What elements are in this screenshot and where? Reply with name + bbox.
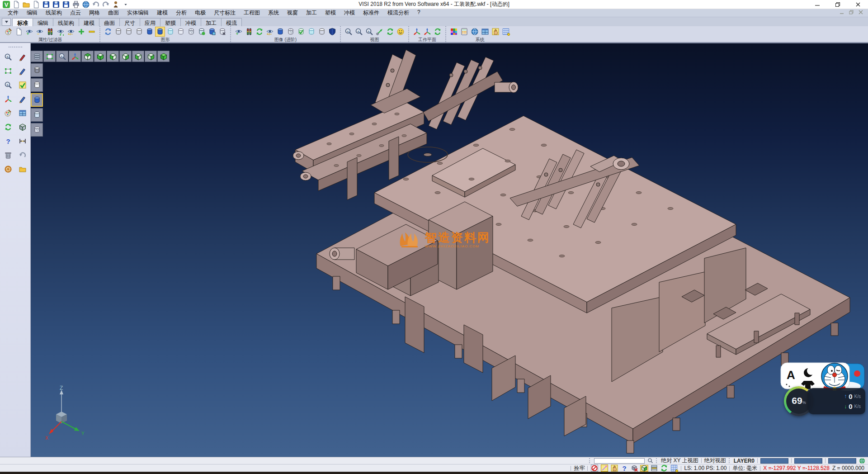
ribbon-icon-zoom-arrow[interactable]	[375, 27, 385, 37]
menu-item-20[interactable]: ?	[413, 9, 425, 17]
menu-item-16[interactable]: 塑模	[321, 9, 340, 17]
render-tool-render-shaded-edges[interactable]	[31, 108, 43, 122]
menu-item-17[interactable]: 冲模	[340, 9, 359, 17]
tab-塑膜[interactable]: 塑膜	[160, 18, 181, 26]
mdi-restore-button[interactable]	[849, 10, 854, 16]
qicon-new-doc[interactable]	[12, 0, 20, 8]
left-tool-help-question[interactable]: ?	[2, 135, 14, 147]
ribbon-icon-cylinder-shaded[interactable]	[145, 27, 155, 37]
search-icon[interactable]	[647, 458, 653, 464]
menu-item-8[interactable]: 建模	[153, 9, 172, 17]
ribbon-icon-cylinder-wire[interactable]	[113, 27, 123, 37]
tab-编辑[interactable]: 编辑	[33, 18, 53, 26]
tab-dropdown-button[interactable]	[2, 18, 11, 26]
view-tool-cube-right[interactable]	[145, 51, 157, 62]
ribbon-icon-cylinder-hatched[interactable]	[186, 27, 196, 37]
ribbon-icon-color-palette[interactable]	[449, 27, 459, 37]
ribbon-icon-cylinder-wire-3[interactable]	[134, 27, 144, 37]
qicon-print[interactable]	[71, 0, 80, 8]
ribbon-icon-cylinder-render[interactable]	[207, 27, 217, 37]
status-icon-rotate-green[interactable]	[660, 465, 668, 472]
status-icon-help-question-2[interactable]: ?	[620, 465, 628, 472]
ribbon-icon-cylinder-analysis[interactable]	[197, 27, 207, 37]
view-tool-cube-bottom[interactable]	[94, 51, 106, 62]
ribbon-icon-window-settings[interactable]	[480, 27, 490, 37]
view-tool-cube-top[interactable]	[81, 51, 94, 62]
menu-item-13[interactable]: 系统	[264, 9, 283, 17]
ribbon-icon-cylinder-check[interactable]	[296, 27, 306, 37]
left-tool-cpl-triad-2[interactable]	[2, 93, 14, 105]
menu-item-7[interactable]: 实体编辑	[123, 9, 153, 17]
view-tool-cube-back[interactable]	[119, 51, 132, 62]
tab-应用[interactable]: 应用	[140, 18, 160, 26]
ribbon-icon-eye-remove[interactable]: −	[35, 27, 45, 37]
left-tool-fit-frame[interactable]	[2, 65, 14, 77]
tab-模流[interactable]: 模流	[221, 18, 242, 26]
menu-item-5[interactable]: 网格	[85, 9, 104, 17]
ribbon-icon-draft-grid[interactable]	[501, 27, 511, 37]
status-icon-box-delete[interactable]	[630, 465, 638, 472]
ribbon-icon-eye-refresh[interactable]	[56, 27, 66, 37]
qicon-undo-arrow[interactable]	[91, 0, 100, 8]
ribbon-icon-hand-grid[interactable]	[491, 27, 500, 37]
tab-标准[interactable]: 标准	[12, 18, 33, 26]
render-tool-render-shaded[interactable]	[31, 93, 43, 107]
qicon-save-disk[interactable]	[42, 0, 50, 8]
ribbon-icon-shield-blue[interactable]	[327, 27, 337, 37]
menu-item-6[interactable]: 曲面	[104, 9, 123, 17]
left-tool-zoom-select[interactable]: ±	[2, 51, 14, 63]
qicon-saveas-disk[interactable]	[52, 0, 60, 8]
qicon-export-disk[interactable]	[61, 0, 70, 8]
qicon-redo-arrow[interactable]	[101, 0, 110, 8]
ime-toolbar[interactable]: A	[780, 361, 865, 391]
menu-item-2[interactable]: 编辑	[23, 9, 42, 17]
network-speed-widget[interactable]: ↑ 0 K/s ↓ 0 K/s	[808, 388, 865, 414]
ribbon-icon-zoom-all[interactable]: ±	[344, 27, 354, 37]
tab-冲模[interactable]: 冲模	[180, 18, 201, 26]
lock-mode-label[interactable]: 拴牢	[574, 465, 585, 472]
ribbon-icon-cylinder-transparent-2[interactable]	[307, 27, 316, 37]
menu-item-1[interactable]: 文件	[4, 9, 23, 17]
viewport-3d[interactable]: ± 智造资料网 WWW.ZHIZAOZILIAO.COM Z	[31, 43, 868, 457]
ribbon-icon-traffic-light[interactable]	[45, 27, 55, 37]
menu-item-9[interactable]: 分析	[172, 9, 191, 17]
ribbon-icon-smiley-face[interactable]	[396, 27, 406, 37]
qicon-dropdown[interactable]	[121, 0, 130, 8]
ribbon-icon-cpl-triad[interactable]	[412, 27, 422, 37]
view-tool-list-menu[interactable]	[31, 51, 43, 62]
view-tool-cube-iso[interactable]	[157, 51, 170, 62]
ribbon-icon-eye-add[interactable]: +	[24, 27, 34, 37]
ribbon-icon-minus[interactable]	[87, 27, 97, 37]
ribbon-icon-cylinder-settings[interactable]	[217, 27, 227, 37]
render-tool-render-wireframe[interactable]	[31, 63, 43, 77]
ribbon-icon-cylinder-hatch-2[interactable]	[286, 27, 296, 37]
ribbon-icon-cylinder-wire-4[interactable]	[317, 27, 327, 37]
menu-item-10[interactable]: 电极	[191, 9, 210, 17]
left-tool-window-blue[interactable]	[17, 107, 28, 119]
ribbon-icon-cylinder-transparent[interactable]	[165, 27, 175, 37]
qicon-import-doc[interactable]	[32, 0, 40, 8]
menu-item-19[interactable]: 模流分析	[383, 9, 413, 17]
left-tool-sketch-pencil[interactable]	[17, 65, 28, 77]
absolute-view-label[interactable]: 绝对视图	[704, 457, 726, 465]
tab-线架构[interactable]: 线架构	[53, 18, 79, 26]
ribbon-icon-eye-add-2[interactable]: +	[234, 27, 244, 37]
close-button[interactable]	[848, 0, 868, 9]
menu-item-18[interactable]: 标准件	[359, 9, 383, 17]
status-icon-cube-snap[interactable]	[640, 465, 648, 472]
ribbon-icon-cylinder-shaded-2[interactable]	[275, 27, 285, 37]
view-tool-zoom-magnifier[interactable]: ±	[56, 51, 68, 62]
ribbon-icon-rotate-view[interactable]	[385, 27, 395, 37]
ribbon-icon-palette-filter[interactable]	[4, 27, 14, 37]
ribbon-icon-cylinder-wire-2[interactable]	[124, 27, 134, 37]
ribbon-icon-cpl-rotate[interactable]	[433, 27, 443, 37]
color-swatch-1[interactable]	[760, 458, 788, 464]
left-tool-measure-distance[interactable]	[17, 135, 28, 147]
minimize-button[interactable]	[807, 0, 827, 9]
tab-曲面[interactable]: 曲面	[99, 18, 120, 26]
menu-item-15[interactable]: 加工	[302, 9, 321, 17]
left-tool-curve-pencil[interactable]	[17, 93, 28, 105]
left-tool-delete-trash[interactable]	[2, 149, 14, 161]
status-icon-hand-calc[interactable]	[610, 465, 618, 472]
left-tool-erase-pencil[interactable]	[17, 51, 28, 63]
